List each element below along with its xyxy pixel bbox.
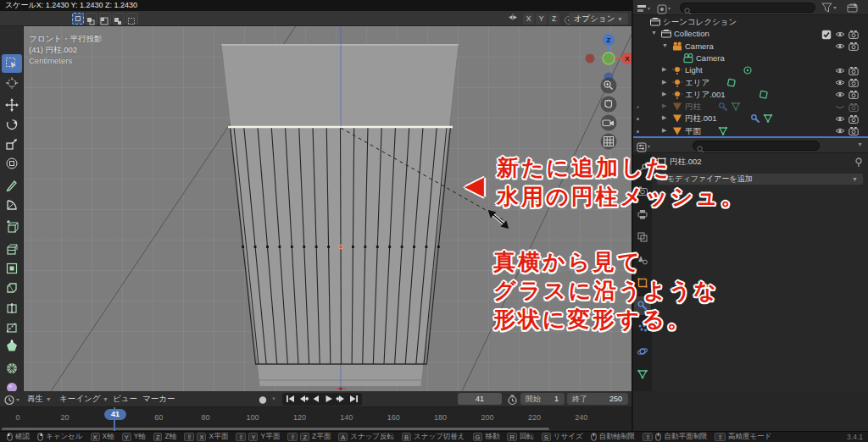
expand-toggle[interactable]: ▶ [662, 91, 666, 97]
tool-spin[interactable] [2, 359, 22, 378]
mirror-y-toggle[interactable]: Y [536, 14, 547, 25]
properties-search-input[interactable] [693, 141, 820, 151]
camera-restrict-toggle[interactable] [849, 126, 859, 136]
annotation-line: 水用の円柱メッシュ。 [497, 182, 745, 211]
menu-keying[interactable]: キーイング ▼ [59, 394, 108, 405]
tool-move[interactable] [2, 96, 22, 114]
tool-tweak-select[interactable] [2, 54, 22, 73]
timeline-ruler[interactable]: 0206080100120140160180200220240 [0, 407, 632, 427]
select-mode-4[interactable] [126, 13, 138, 25]
inset-icon [5, 262, 19, 275]
expand-toggle[interactable]: ▶ [662, 66, 666, 73]
outliner-row[interactable]: シーンコレクション [633, 16, 868, 28]
mirror-x-toggle[interactable]: X [523, 14, 534, 25]
tool-inset[interactable] [2, 259, 22, 278]
select-mode-2[interactable] [99, 13, 111, 25]
playhead-frame-badge[interactable]: 41 [104, 409, 126, 420]
annotation-arrow: ◀ [465, 173, 484, 198]
selection-dot [637, 106, 639, 108]
tool-scale[interactable] [2, 135, 22, 153]
properties-tab-data[interactable] [634, 365, 651, 384]
outliner-row[interactable]: ▶Light [633, 64, 868, 76]
prev-keyframe-button[interactable] [298, 392, 309, 407]
camera-restrict-icon [849, 102, 859, 113]
outliner-row[interactable]: ▶平面 [633, 125, 868, 136]
prev-frame-button[interactable] [310, 392, 321, 407]
outliner-row[interactable]: Camera [633, 52, 868, 64]
current-frame-field[interactable]: 41 [458, 393, 502, 405]
outliner-row[interactable]: ▶円柱.001 [633, 113, 868, 124]
status-hint-label: Y平面 [260, 432, 280, 442]
ruler-frame-label: 240 [575, 413, 587, 422]
status-hint-label: スナップ反転 [350, 432, 394, 442]
frame-start-field[interactable]: 開始 1 [520, 393, 565, 405]
expand-toggle[interactable]: ▼ [651, 30, 657, 36]
tool-rotate[interactable] [2, 115, 22, 134]
mesh-obj-icon [672, 113, 682, 124]
select-mode-0[interactable] [72, 13, 84, 25]
eye-toggle[interactable] [835, 126, 845, 136]
frame-end-field[interactable]: 終了 250 [567, 393, 628, 405]
select-mode-3[interactable] [113, 13, 125, 25]
outliner-item-label: 平面 [685, 126, 701, 136]
area-data-icon [759, 90, 769, 100]
tool-knife[interactable] [2, 318, 22, 336]
outliner-search-input[interactable] [680, 3, 815, 13]
filter-funnel-icon[interactable] [821, 2, 838, 17]
menu-view[interactable]: ビュー [113, 394, 137, 405]
wrench-icon [718, 102, 728, 112]
play-button[interactable] [323, 392, 334, 407]
lmb-mouse-icon [7, 433, 13, 441]
properties-tab-physics[interactable] [634, 342, 651, 361]
expand-toggle[interactable]: ▶ [662, 114, 666, 121]
expand-toggle[interactable]: ▶ [662, 127, 666, 134]
new-collection-icon[interactable] [847, 2, 859, 17]
mirror-z-toggle[interactable]: Z [548, 14, 559, 25]
point-data-icon [743, 65, 753, 75]
select-mode-1[interactable] [86, 13, 97, 25]
rmb-mouse-icon [37, 433, 43, 441]
view-layer-tab-icon [637, 231, 648, 243]
outliner-row[interactable]: ▶エリア.001 [633, 89, 868, 101]
expand-toggle[interactable]: ▶ [662, 79, 666, 86]
outliner-row[interactable]: ▼Collection [633, 28, 868, 40]
outliner-item-label: エリア [685, 78, 709, 89]
next-keyframe-button[interactable] [336, 392, 347, 407]
expand-toggle[interactable]: ▼ [662, 42, 668, 48]
auto-key-caret[interactable]: ▼ [271, 396, 276, 401]
outliner-item-label: Collection [674, 29, 709, 38]
outliner-row[interactable]: ▼Camera [633, 41, 868, 52]
mesh-obj-icon [672, 126, 682, 136]
properties-options-caret[interactable]: ▼ [857, 141, 863, 147]
menu-playback[interactable]: 再生 ▼ [27, 394, 52, 405]
pin-icon[interactable] [854, 156, 863, 171]
tool-bevel[interactable] [2, 279, 22, 297]
tool-cursor[interactable] [2, 74, 22, 92]
eye-icon [835, 114, 845, 124]
tool-add-cube[interactable] [2, 218, 22, 236]
selection-dot [637, 118, 639, 120]
expand-toggle[interactable]: ▶ [662, 102, 666, 109]
properties-tab-view-layer[interactable] [634, 228, 651, 246]
options-dropdown[interactable]: オプション ▼ [569, 13, 628, 25]
tool-extrude[interactable] [2, 240, 22, 258]
loop-cut-icon [5, 301, 19, 314]
outliner-item-label: Light [685, 65, 703, 75]
jump-end-button[interactable] [348, 392, 359, 407]
timeline-editor: 再生 ▼ キーイング ▼ ビュー マーカー ▼ 41 開始 1 終了 250 0… [0, 391, 632, 431]
tool-poly-build[interactable] [2, 337, 22, 356]
outliner-row[interactable]: ▶エリア [633, 77, 868, 89]
jump-start-button[interactable] [285, 392, 296, 407]
timeline-scrollbar-thumb[interactable] [2, 428, 549, 430]
ruler-frame-label: 120 [293, 413, 306, 422]
tool-loop-cut[interactable] [2, 298, 22, 317]
menu-marker[interactable]: マーカー [142, 394, 175, 405]
active-object-text: (41) 円柱.002 [29, 44, 102, 55]
tool-annotate[interactable] [2, 176, 22, 195]
eye-icon [835, 30, 845, 40]
tool-transform[interactable] [2, 154, 22, 173]
status-hint: ⇧ZZ平面 [287, 432, 331, 442]
status-hint-label: 自動軸制限 [599, 432, 636, 442]
tool-measure[interactable] [2, 196, 22, 214]
outliner-row[interactable]: ▶円柱 [633, 101, 868, 113]
